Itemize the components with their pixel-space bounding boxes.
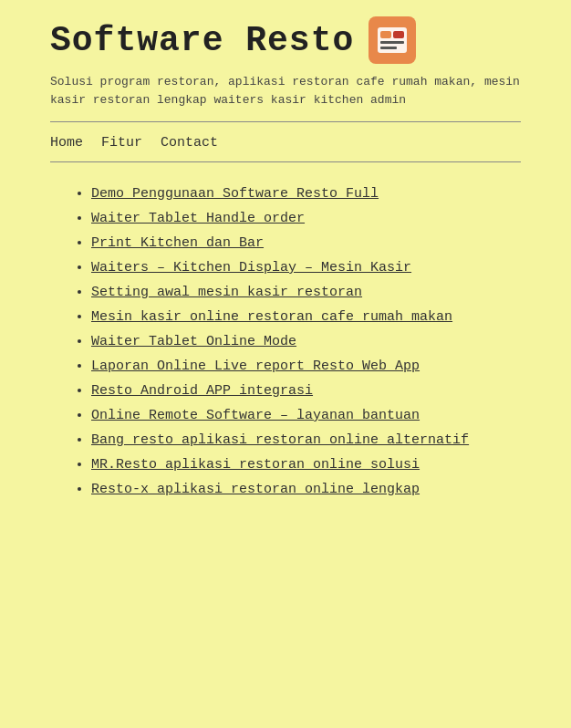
tagline: Solusi program restoran, aplikasi restor… <box>0 73 571 118</box>
logo-icon <box>369 16 416 64</box>
list-item: MR.Resto aplikasi restoran online solusi <box>91 457 503 473</box>
list-item-link-7[interactable]: Laporan Online Live report Resto Web App <box>91 359 420 374</box>
list-item-link-1[interactable]: Waiter Tablet Handle order <box>91 211 305 226</box>
list-item: Print Kitchen dan Bar <box>91 235 503 251</box>
list-item-link-3[interactable]: Waiters – Kitchen Display – Mesin Kasir <box>91 260 411 276</box>
main-nav: Home Fitur Contact <box>0 126 571 160</box>
list-item: Mesin kasir online restoran cafe rumah m… <box>91 309 503 325</box>
svg-rect-3 <box>380 47 397 49</box>
svg-rect-2 <box>380 41 404 44</box>
list-item-link-2[interactable]: Print Kitchen dan Bar <box>91 235 264 251</box>
list-item-link-6[interactable]: Waiter Tablet Online Mode <box>91 334 296 349</box>
list-item: Resto Android APP integrasi <box>91 383 503 399</box>
list-item-link-5[interactable]: Mesin kasir online restoran cafe rumah m… <box>91 309 452 325</box>
list-item-link-4[interactable]: Setting awal mesin kasir restoran <box>91 285 362 300</box>
svg-rect-1 <box>380 31 391 38</box>
list-item: Setting awal mesin kasir restoran <box>91 285 503 300</box>
site-title: Software Resto <box>50 21 354 60</box>
list-item-link-9[interactable]: Online Remote Software – layanan bantuan <box>91 408 420 423</box>
list-item-link-8[interactable]: Resto Android APP integrasi <box>91 383 313 399</box>
list-item-link-12[interactable]: Resto-x aplikasi restoran online lengkap <box>91 482 420 497</box>
list-item-link-0[interactable]: Demo Penggunaan Software Resto Full <box>91 186 379 202</box>
list-item-link-11[interactable]: MR.Resto aplikasi restoran online solusi <box>91 457 420 473</box>
divider-top <box>50 121 521 122</box>
nav-contact[interactable]: Contact <box>161 135 218 151</box>
svg-rect-4 <box>393 31 404 38</box>
link-list: Demo Penggunaan Software Resto FullWaite… <box>68 186 503 497</box>
header: Software Resto <box>0 0 571 73</box>
list-item: Demo Penggunaan Software Resto Full <box>91 186 503 202</box>
nav-home[interactable]: Home <box>50 135 83 151</box>
list-item: Waiters – Kitchen Display – Mesin Kasir <box>91 260 503 276</box>
content-area: Demo Penggunaan Software Resto FullWaite… <box>50 177 521 525</box>
list-item-link-10[interactable]: Bang resto aplikasi restoran online alte… <box>91 432 469 448</box>
list-item: Bang resto aplikasi restoran online alte… <box>91 432 503 448</box>
divider-bottom <box>50 161 521 162</box>
logo-svg <box>376 24 409 57</box>
list-item: Laporan Online Live report Resto Web App <box>91 359 503 374</box>
nav-fitur[interactable]: Fitur <box>101 135 142 151</box>
list-item: Waiter Tablet Online Mode <box>91 334 503 349</box>
list-item: Waiter Tablet Handle order <box>91 211 503 226</box>
list-item: Online Remote Software – layanan bantuan <box>91 408 503 423</box>
list-item: Resto-x aplikasi restoran online lengkap <box>91 482 503 497</box>
